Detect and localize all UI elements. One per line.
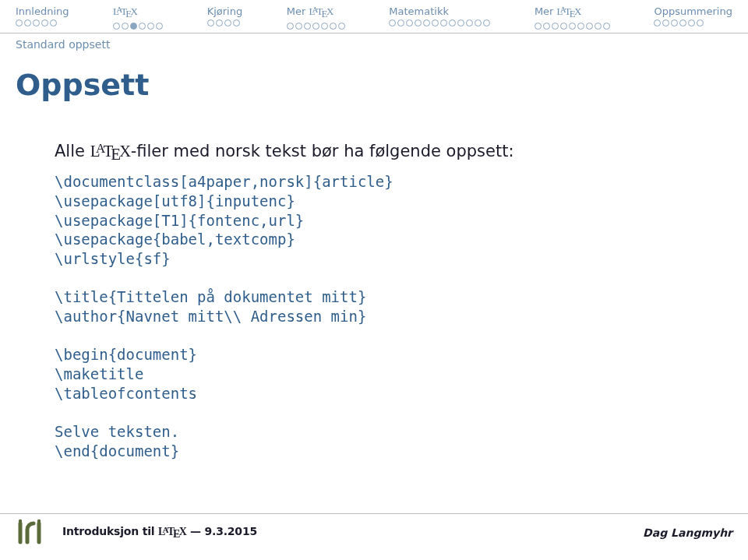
nav-progress-dots [287,23,345,30]
nav-slide-dot[interactable] [483,19,490,26]
latex-logo: LATEX [557,5,581,20]
nav-slide-dot[interactable] [156,23,163,30]
nav-section-link[interactable]: Matematikk [389,5,449,17]
nav-section-link[interactable]: Innledning [16,5,69,17]
nav-section: Innledning [16,5,69,30]
nav-slide-dot[interactable] [475,19,482,26]
footer: Introduksjon til LATEX — 9.3.2015 Dag La… [0,513,748,560]
nav-section: Mer LATEX [535,5,610,30]
nav-slide-dot[interactable] [24,19,31,26]
nav-section-link[interactable]: Oppsummering [654,5,732,17]
footer-rule [0,513,748,514]
nav-slide-dot[interactable] [577,23,584,30]
ifi-logo [16,519,50,547]
svg-point-2 [37,519,41,523]
nav-progress-dots [207,19,240,26]
intro-text: Alle LATEX-filer med norsk tekst bør ha … [55,141,693,164]
nav-slide-dot[interactable] [33,19,40,26]
subsection-label: Standard oppsett [0,33,748,51]
nav-slide-dot[interactable] [216,19,223,26]
intro-suffix: -filer med norsk tekst bør ha følgende o… [131,142,514,160]
nav-slide-dot[interactable] [586,23,593,30]
nav-slide-dot[interactable] [406,19,413,26]
nav-slide-dot[interactable] [543,23,550,30]
nav-slide-dot[interactable] [697,19,704,26]
nav-slide-dot[interactable] [16,19,23,26]
nav-slide-dot[interactable] [466,19,473,26]
nav-progress-dots [113,23,163,30]
nav-slide-dot[interactable] [679,19,686,26]
nav-section-link[interactable]: Mer LATEX [287,5,333,20]
latex-logo-footer: LATEX [158,525,186,541]
nav-slide-dot[interactable] [147,23,154,30]
nav-slide-dot[interactable] [654,19,661,26]
nav-slide-dot[interactable] [312,23,319,30]
svg-point-3 [19,519,22,523]
nav-slide-dot[interactable] [139,23,146,30]
nav-section: Oppsummering [654,5,732,30]
nav-slide-dot[interactable] [432,19,439,26]
nav-slide-dot[interactable] [330,23,337,30]
slide-body: Alle LATEX-filer med norsk tekst bør ha … [0,110,748,461]
nav-slide-dot[interactable] [304,23,311,30]
nav-section: LATEX [113,5,163,30]
nav-slide-dot[interactable] [397,19,404,26]
nav-slide-dot[interactable] [603,23,610,30]
nav-progress-dots [535,23,610,30]
intro-prefix: Alle [55,142,90,160]
nav-slide-dot[interactable] [423,19,430,26]
nav-slide-dot[interactable] [415,19,422,26]
nav-section-link[interactable]: Kjøring [207,5,243,17]
nav-slide-dot[interactable] [552,23,559,30]
nav-section: Kjøring [207,5,243,30]
nav-slide-dot[interactable] [595,23,602,30]
latex-logo: LATEX [309,5,333,20]
latex-logo: LATEX [90,141,131,164]
nav-slide-dot[interactable] [224,19,231,26]
nav-section-link[interactable]: LATEX [113,5,137,20]
nav-section: Matematikk [389,5,490,30]
nav-slide-dot[interactable] [671,19,678,26]
footer-title: Introduksjon til LATEX — 9.3.2015 [62,525,257,541]
nav-slide-dot[interactable] [287,23,294,30]
nav-slide-dot[interactable] [233,19,240,26]
nav-slide-dot[interactable] [569,23,576,30]
footer-author: Dag Langmyhr [643,527,732,539]
footer-date: — 9.3.2015 [190,525,257,537]
nav-slide-dot[interactable] [535,23,542,30]
nav-slide-dot[interactable] [130,23,137,30]
nav-slide-dot[interactable] [50,19,57,26]
nav-slide-dot[interactable] [321,23,328,30]
nav-slide-dot[interactable] [560,23,567,30]
nav-progress-dots [654,19,704,26]
nav-slide-dot[interactable] [295,23,302,30]
nav-slide-dot[interactable] [207,19,214,26]
nav-progress-dots [16,19,57,26]
nav-slide-dot[interactable] [440,19,447,26]
nav-section-link[interactable]: Mer LATEX [535,5,581,20]
nav-slide-dot[interactable] [113,23,120,30]
nav-slide-dot[interactable] [41,19,48,26]
latex-logo: LATEX [113,5,137,20]
footer-title-prefix: Introduksjon til [62,525,158,537]
nav-slide-dot[interactable] [338,23,345,30]
nav-section: Mer LATEX [287,5,345,30]
slide-title: Oppsett [0,51,748,110]
nav-slide-dot[interactable] [389,19,396,26]
nav-slide-dot[interactable] [662,19,669,26]
nav-slide-dot[interactable] [449,19,456,26]
latex-code-block: \documentclass[a4paper,norsk]{article} \… [55,172,693,460]
nav-slide-dot[interactable] [688,19,695,26]
nav-slide-dot[interactable] [122,23,129,30]
nav-progress-dots [389,19,490,26]
nav-slide-dot[interactable] [457,19,464,26]
section-navbar: InnledningLATEXKjøringMer LATEXMatematik… [0,0,748,31]
